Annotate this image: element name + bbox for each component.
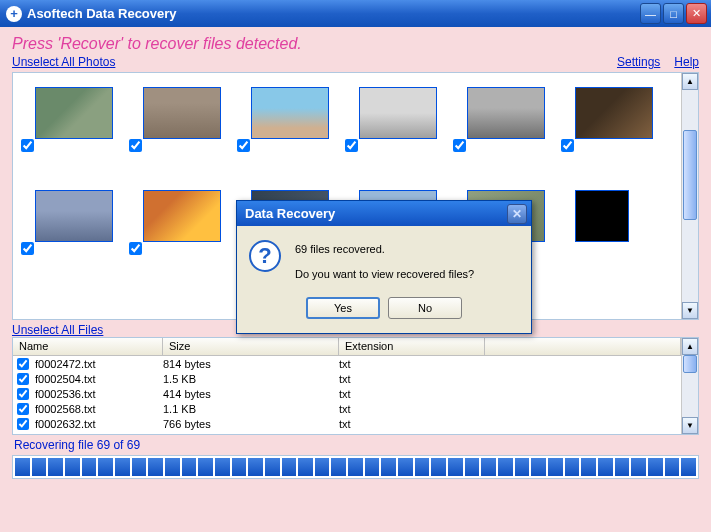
table-row[interactable]: f0002504.txt1.5 KBtxt bbox=[13, 371, 681, 386]
scroll-down-icon[interactable]: ▼ bbox=[682, 417, 698, 434]
photo-checkbox[interactable] bbox=[21, 139, 34, 152]
thumbnail-image[interactable] bbox=[359, 87, 437, 139]
photo-thumb[interactable] bbox=[21, 83, 129, 186]
progress-block bbox=[665, 458, 680, 476]
file-ext: txt bbox=[339, 358, 485, 370]
file-checkbox[interactable] bbox=[17, 388, 29, 400]
th-name[interactable]: Name bbox=[13, 338, 163, 355]
progress-block bbox=[681, 458, 696, 476]
dialog-close-button[interactable]: ✕ bbox=[507, 204, 527, 224]
progress-block bbox=[182, 458, 197, 476]
thumbnail-image[interactable] bbox=[143, 87, 221, 139]
progress-block bbox=[531, 458, 546, 476]
progress-block bbox=[598, 458, 613, 476]
scroll-up-icon[interactable]: ▲ bbox=[682, 73, 698, 90]
progress-block bbox=[415, 458, 430, 476]
photo-thumb[interactable] bbox=[237, 83, 345, 186]
progress-block bbox=[165, 458, 180, 476]
progress-block bbox=[32, 458, 47, 476]
progress-block bbox=[515, 458, 530, 476]
thumbnail-image[interactable] bbox=[575, 87, 653, 139]
photo-thumb[interactable] bbox=[561, 186, 669, 289]
dialog-message: 69 files recovered. Do you want to view … bbox=[295, 240, 474, 283]
progress-block bbox=[115, 458, 130, 476]
progress-block bbox=[215, 458, 230, 476]
scroll-down-icon[interactable]: ▼ bbox=[682, 302, 698, 319]
photo-checkbox[interactable] bbox=[237, 139, 250, 152]
scroll-up-icon[interactable]: ▲ bbox=[682, 338, 698, 355]
photo-checkbox[interactable] bbox=[21, 242, 34, 255]
progress-block bbox=[248, 458, 263, 476]
progress-block bbox=[398, 458, 413, 476]
photo-thumb[interactable] bbox=[561, 83, 669, 186]
yes-button[interactable]: Yes bbox=[306, 297, 380, 319]
no-button[interactable]: No bbox=[388, 297, 462, 319]
progress-block bbox=[381, 458, 396, 476]
thumbnail-image[interactable] bbox=[467, 87, 545, 139]
progress-block bbox=[65, 458, 80, 476]
scrollbar-thumb[interactable] bbox=[683, 130, 697, 220]
file-size: 766 bytes bbox=[163, 418, 339, 430]
file-checkbox[interactable] bbox=[17, 373, 29, 385]
photo-checkbox[interactable] bbox=[453, 139, 466, 152]
progress-block bbox=[481, 458, 496, 476]
file-checkbox[interactable] bbox=[17, 403, 29, 415]
dialog-title: Data Recovery bbox=[245, 206, 507, 221]
file-size: 414 bytes bbox=[163, 388, 339, 400]
help-link[interactable]: Help bbox=[674, 55, 699, 69]
photo-thumb[interactable] bbox=[21, 186, 129, 289]
progress-block bbox=[465, 458, 480, 476]
file-name: f0002536.txt bbox=[33, 388, 163, 400]
table-row[interactable]: f0002632.txt766 bytestxt bbox=[13, 416, 681, 431]
thumbnail-image[interactable] bbox=[251, 87, 329, 139]
photo-thumb[interactable] bbox=[129, 83, 237, 186]
titlebar: + Asoftech Data Recovery — □ ✕ bbox=[0, 0, 711, 27]
photo-checkbox[interactable] bbox=[345, 139, 358, 152]
progress-block bbox=[265, 458, 280, 476]
settings-link[interactable]: Settings bbox=[617, 55, 660, 69]
progress-block bbox=[132, 458, 147, 476]
thumbnail-image[interactable] bbox=[575, 190, 629, 242]
progress-block bbox=[631, 458, 646, 476]
photo-checkbox[interactable] bbox=[129, 139, 142, 152]
photo-thumb[interactable] bbox=[345, 83, 453, 186]
files-scrollbar[interactable]: ▲ ▼ bbox=[681, 338, 698, 434]
progress-block bbox=[298, 458, 313, 476]
close-button[interactable]: ✕ bbox=[686, 3, 707, 24]
file-size: 814 bytes bbox=[163, 358, 339, 370]
table-row[interactable]: f0002536.txt414 bytestxt bbox=[13, 386, 681, 401]
thumbnail-image[interactable] bbox=[35, 190, 113, 242]
progress-block bbox=[431, 458, 446, 476]
unselect-all-files-link[interactable]: Unselect All Files bbox=[12, 323, 103, 337]
file-checkbox[interactable] bbox=[17, 418, 29, 430]
minimize-button[interactable]: — bbox=[640, 3, 661, 24]
table-row[interactable]: f0002568.txt1.1 KBtxt bbox=[13, 401, 681, 416]
progress-block bbox=[648, 458, 663, 476]
photos-scrollbar[interactable]: ▲ ▼ bbox=[681, 73, 698, 319]
scrollbar-thumb[interactable] bbox=[683, 355, 697, 373]
progress-bar bbox=[12, 455, 699, 479]
file-size: 1.1 KB bbox=[163, 403, 339, 415]
table-header: Name Size Extension bbox=[13, 338, 681, 356]
photo-thumb[interactable] bbox=[453, 83, 561, 186]
progress-block bbox=[148, 458, 163, 476]
file-checkbox[interactable] bbox=[17, 358, 29, 370]
file-ext: txt bbox=[339, 373, 485, 385]
progress-block bbox=[565, 458, 580, 476]
photo-checkbox[interactable] bbox=[129, 242, 142, 255]
thumbnail-image[interactable] bbox=[35, 87, 113, 139]
unselect-all-photos-link[interactable]: Unselect All Photos bbox=[12, 55, 115, 69]
file-ext: txt bbox=[339, 388, 485, 400]
file-size: 1.5 KB bbox=[163, 373, 339, 385]
progress-block bbox=[15, 458, 30, 476]
maximize-button[interactable]: □ bbox=[663, 3, 684, 24]
file-ext: txt bbox=[339, 418, 485, 430]
th-ext[interactable]: Extension bbox=[339, 338, 485, 355]
photo-thumb[interactable] bbox=[129, 186, 237, 289]
th-size[interactable]: Size bbox=[163, 338, 339, 355]
progress-block bbox=[581, 458, 596, 476]
thumbnail-image[interactable] bbox=[143, 190, 221, 242]
photo-checkbox[interactable] bbox=[561, 139, 574, 152]
table-row[interactable]: f0002472.txt814 bytestxt bbox=[13, 356, 681, 371]
progress-block bbox=[82, 458, 97, 476]
